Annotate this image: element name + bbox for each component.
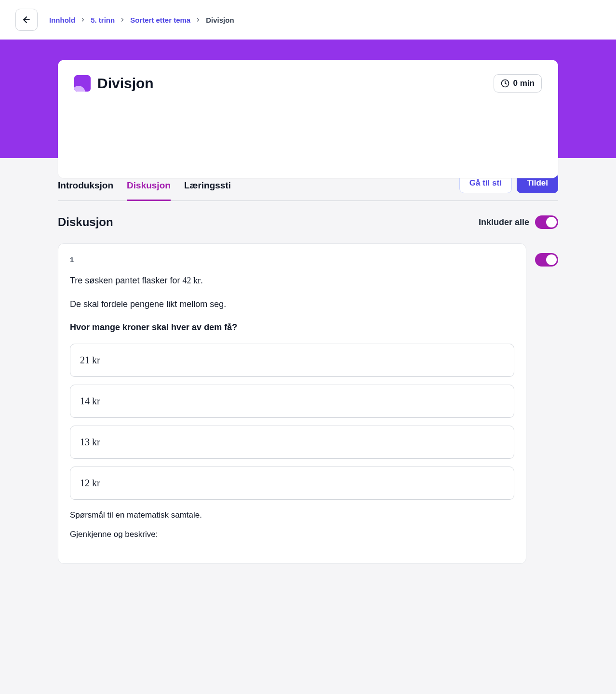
clock-icon	[501, 79, 509, 88]
question-include-toggle[interactable]	[535, 253, 558, 267]
breadcrumb: Innhold 5. trinn Sortert etter tema Divi…	[49, 16, 234, 24]
question-footnote-1: Spørsmål til en matematisk samtale.	[70, 510, 514, 520]
answer-option[interactable]: 14 kr	[70, 385, 514, 418]
question-card: 1 Tre søsken pantet flasker for 42 kr. D…	[58, 243, 526, 564]
include-all-label: Inkluder alle	[479, 217, 529, 227]
answer-list: 21 kr 14 kr 13 kr 12 kr	[70, 344, 514, 500]
section-header: Diskusjon Inkluder alle	[58, 215, 558, 229]
breadcrumb-current: Divisjon	[206, 16, 234, 24]
breadcrumb-link-sorted[interactable]: Sortert etter tema	[130, 16, 190, 24]
question-footnote-2: Gjenkjenne og beskrive:	[70, 530, 514, 539]
duration-pill: 0 min	[494, 74, 542, 93]
chevron-right-icon	[80, 16, 86, 24]
chevron-right-icon	[195, 16, 201, 24]
breadcrumb-link-grade[interactable]: 5. trinn	[91, 16, 115, 24]
duration-text: 0 min	[513, 79, 535, 88]
page-title: Divisjon	[97, 75, 154, 92]
answer-option[interactable]: 12 kr	[70, 467, 514, 500]
arrow-left-icon	[22, 15, 31, 25]
question-line-2: De skal fordele pengene likt mellom seg.	[70, 297, 514, 312]
question-line-1: Tre søsken pantet flasker for 42 kr.	[70, 273, 514, 288]
back-button[interactable]	[15, 9, 38, 31]
question-prompt: Hvor mange kroner skal hver av dem få?	[70, 320, 514, 335]
course-card: Divisjon 0 min	[58, 60, 558, 178]
question-number: 1	[70, 255, 514, 264]
answer-option[interactable]: 13 kr	[70, 426, 514, 459]
include-all-toggle[interactable]	[535, 215, 558, 229]
breadcrumb-link-innhold[interactable]: Innhold	[49, 16, 75, 24]
chevron-right-icon	[120, 16, 125, 24]
course-icon	[74, 75, 91, 92]
hero-banner: Divisjon 0 min	[0, 40, 616, 158]
answer-option[interactable]: 21 kr	[70, 344, 514, 377]
section-title: Diskusjon	[58, 215, 113, 229]
topbar: Innhold 5. trinn Sortert etter tema Divi…	[0, 0, 616, 40]
